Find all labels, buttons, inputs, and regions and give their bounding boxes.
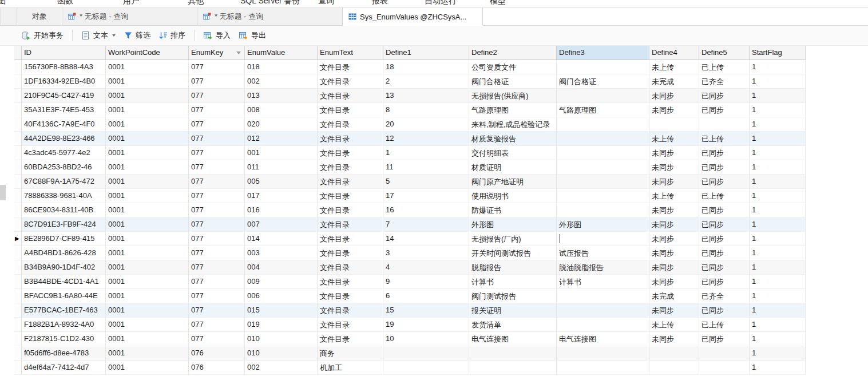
row-selector-gutter[interactable] — [14, 332, 22, 346]
cell[interactable] — [557, 89, 649, 103]
cell[interactable]: 0001 — [106, 74, 189, 89]
cell[interactable]: 004 — [245, 260, 318, 275]
cell[interactable]: 67C88F9A-1A75-472 — [22, 175, 106, 189]
cell[interactable]: B34B9A90-1D4F-402 — [22, 260, 106, 275]
column-header-define5[interactable]: Define5 — [699, 46, 750, 60]
row-selector-gutter[interactable] — [14, 303, 22, 318]
tab-table-sys-enumvalues[interactable]: Sys_EnumValues @ZHCSysA... — [343, 8, 483, 25]
cell[interactable]: 8 — [383, 103, 469, 117]
import-button[interactable]: 导入 — [199, 28, 235, 43]
column-header-enumtext[interactable]: EnumText — [318, 46, 383, 60]
cell[interactable] — [557, 289, 649, 303]
row-selector-gutter[interactable] — [14, 132, 22, 146]
cell[interactable] — [469, 361, 557, 375]
cell[interactable]: 材质证明 — [469, 160, 557, 175]
column-header-id[interactable]: ID — [22, 46, 106, 60]
cell[interactable]: 电气连接图 — [469, 332, 557, 346]
cell[interactable]: 未同步 — [649, 275, 699, 289]
cell[interactable]: 已同步 — [699, 203, 750, 217]
cell[interactable]: 077 — [189, 232, 245, 246]
cell[interactable]: 未同步 — [649, 217, 699, 232]
cell[interactable]: 077 — [189, 175, 245, 189]
select-all-corner[interactable] — [14, 46, 22, 60]
cell[interactable]: 0001 — [106, 217, 189, 232]
cell[interactable]: 40F4136C-7A9E-4F0 — [22, 117, 106, 132]
cell[interactable]: 1 — [750, 232, 806, 246]
cell[interactable]: 0001 — [106, 318, 189, 332]
cell[interactable]: 未同步 — [649, 332, 699, 346]
cell[interactable]: 计算书 — [557, 275, 649, 289]
cell[interactable] — [649, 361, 699, 375]
cell[interactable]: 已上传 — [699, 318, 750, 332]
cell[interactable]: 1 — [750, 74, 806, 89]
cell[interactable]: 0001 — [106, 103, 189, 117]
cell[interactable]: 文件目录 — [318, 217, 383, 232]
cell[interactable]: F1882B1A-8932-4A0 — [22, 318, 106, 332]
cell[interactable]: 1 — [750, 303, 806, 318]
cell[interactable]: 未同步 — [649, 203, 699, 217]
row-selector-gutter[interactable] — [14, 246, 22, 260]
cell[interactable] — [699, 361, 750, 375]
cell[interactable] — [557, 346, 649, 361]
cell[interactable]: 1 — [750, 289, 806, 303]
cell[interactable]: 077 — [189, 275, 245, 289]
cell[interactable]: 5 — [383, 175, 469, 189]
cell[interactable]: 文件目录 — [318, 103, 383, 117]
cell[interactable]: 077 — [189, 103, 245, 117]
cell[interactable]: 未完成 — [649, 289, 699, 303]
cell[interactable] — [557, 132, 649, 146]
cell[interactable] — [557, 189, 649, 203]
cell[interactable]: 1 — [750, 189, 806, 203]
cell[interactable]: 未同步 — [649, 146, 699, 160]
cell[interactable]: 077 — [189, 89, 245, 103]
cell[interactable]: 016 — [245, 203, 318, 217]
cell[interactable]: 已同步 — [699, 260, 750, 275]
cell[interactable]: 未同步 — [649, 303, 699, 318]
cell[interactable]: 文件目录 — [318, 74, 383, 89]
cell[interactable]: 9 — [383, 275, 469, 289]
cell[interactable]: 未同步 — [649, 260, 699, 275]
cell[interactable]: 1 — [750, 260, 806, 275]
cell[interactable]: 商务 — [318, 346, 383, 361]
cell[interactable]: f05d6ff6-d8ee-4783 — [22, 346, 106, 361]
cell[interactable]: 文件目录 — [318, 246, 383, 260]
cell[interactable]: 1 — [750, 175, 806, 189]
cell[interactable]: 18 — [383, 60, 469, 74]
row-selector-gutter[interactable] — [14, 74, 22, 89]
row-selector-gutter[interactable] — [14, 203, 22, 217]
cell[interactable]: 已同步 — [699, 89, 750, 103]
cell[interactable]: F2187815-C1D2-430 — [22, 332, 106, 346]
menu-item-2[interactable]: 函数 — [57, 0, 73, 6]
cell[interactable]: 已同步 — [699, 275, 750, 289]
cell[interactable] — [383, 361, 469, 375]
cell[interactable]: 计算书 — [469, 275, 557, 289]
cell[interactable]: 外形图 — [557, 217, 649, 232]
cell[interactable]: 0001 — [106, 332, 189, 346]
cell[interactable]: 003 — [245, 246, 318, 260]
cell[interactable] — [557, 361, 649, 375]
cell[interactable]: 077 — [189, 217, 245, 232]
cell[interactable]: 005 — [245, 175, 318, 189]
row-selector-gutter[interactable] — [14, 89, 22, 103]
filter-button[interactable]: 筛选 — [120, 28, 154, 43]
cell[interactable]: 文件目录 — [318, 232, 383, 246]
cell[interactable]: 文件目录 — [318, 260, 383, 275]
cell[interactable]: 已上传 — [699, 60, 750, 74]
cell[interactable]: 外形图 — [469, 217, 557, 232]
cell[interactable]: 077 — [189, 203, 245, 217]
cell[interactable]: 1 — [750, 103, 806, 117]
cell[interactable]: 气路原理图 — [469, 103, 557, 117]
cell[interactable]: 1 — [750, 246, 806, 260]
cell[interactable]: 19 — [383, 318, 469, 332]
cell[interactable]: 0001 — [106, 189, 189, 203]
cell[interactable] — [649, 117, 699, 132]
cell[interactable] — [557, 175, 649, 189]
column-header-workpointcode[interactable]: WorkPointCode — [106, 46, 189, 60]
cell[interactable]: 076 — [189, 361, 245, 375]
cell[interactable]: 4 — [383, 260, 469, 275]
cell[interactable] — [469, 346, 557, 361]
cell[interactable]: 1 — [750, 146, 806, 160]
cell[interactable]: 077 — [189, 74, 245, 89]
cell[interactable]: 076 — [189, 346, 245, 361]
cell[interactable] — [557, 232, 649, 246]
